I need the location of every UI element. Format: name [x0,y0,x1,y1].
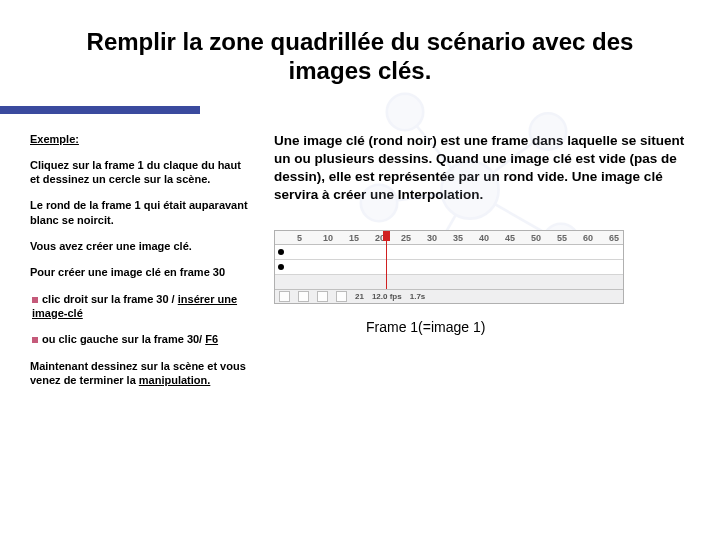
left-column: Exemple: Cliquez sur la frame 1 du claqu… [30,132,250,400]
ruler-number: 35 [453,232,463,244]
bullet-square-icon [32,297,38,303]
ruler-number: 15 [349,232,359,244]
elapsed-time: 1.7s [410,292,426,303]
ruler-number: 50 [531,232,541,244]
timeline-layer-2 [275,260,623,275]
slide-title: Remplir la zone quadrillée du scénario a… [0,0,720,92]
onion-skin-icon [279,291,290,302]
ruler-number: 5 [297,232,302,244]
onion-outline-icon [298,291,309,302]
ruler-number: 55 [557,232,567,244]
paragraph-3: Vous avez créer une image clé. [30,239,250,253]
current-frame: 21 [355,292,364,303]
frame-rate: 12.0 fps [372,292,402,303]
ruler-number: 10 [323,232,333,244]
paragraph-5: Maintenant dessinez sur la scène et vous… [30,359,250,388]
paragraph-2: Le rond de la frame 1 qui était auparava… [30,198,250,227]
timeline-layer-1 [275,245,623,260]
right-column: Une image clé (rond noir) est une frame … [274,132,690,400]
ruler-number: 60 [583,232,593,244]
timeline-ruler: 5101520253035404550556065 [275,231,623,245]
bullet-2: ou clic gauche sur la frame 30/ F6 [30,332,250,346]
playhead [386,231,387,291]
playhead-marker-icon [383,231,390,241]
ruler-number: 65 [609,232,619,244]
description-text: Une image clé (rond noir) est une frame … [274,132,690,205]
ruler-number: 40 [479,232,489,244]
keyframe-dot-icon [278,249,284,255]
timeline-screenshot: 5101520253035404550556065 21 12.0 fps 1.… [274,230,624,304]
ruler-number: 25 [401,232,411,244]
timeline-footer: 21 12.0 fps 1.7s [275,289,623,303]
example-heading: Exemple: [30,132,250,146]
edit-multi-frames-icon [317,291,328,302]
paragraph-1: Cliquez sur la frame 1 du claque du haut… [30,158,250,187]
paragraph-4: Pour créer une image clé en frame 30 [30,265,250,279]
keyframe-dot-icon [278,264,284,270]
bullet-1: clic droit sur la frame 30 / insérer une… [30,292,250,321]
timeline-caption: Frame 1(=image 1) [366,318,690,337]
title-underline [0,106,200,114]
bullet-square-icon [32,337,38,343]
ruler-number: 30 [427,232,437,244]
onion-markers-icon [336,291,347,302]
ruler-number: 45 [505,232,515,244]
